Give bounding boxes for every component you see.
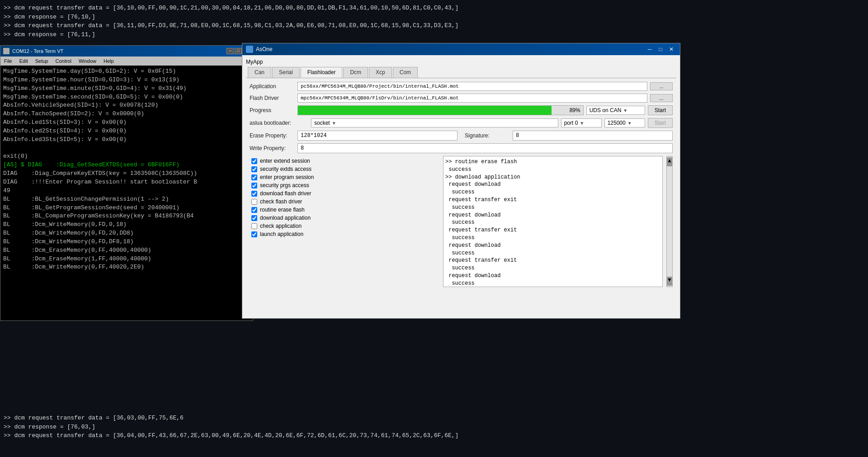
fl-erase-row: Erase Property: Signature: (250, 131, 673, 141)
menu-file[interactable]: File (2, 58, 14, 64)
fl-protocol-select[interactable]: UDS on CAN ▼ (586, 106, 645, 115)
cb-launch-application-check[interactable] (251, 231, 257, 237)
tt-line-9 (3, 144, 250, 153)
scrollbar-down-btn[interactable]: ▼ (667, 277, 672, 286)
cb-download-flash-driver-check[interactable] (251, 191, 257, 197)
asone-title: AsOne (256, 46, 642, 52)
menu-setup[interactable]: Setup (33, 58, 50, 64)
asone-tab-strip: Can Serial Flashloader Dcm Xcp Com (246, 67, 676, 78)
fl-protocol-value: UDS on CAN (590, 107, 622, 113)
fl-progress-text: 89% (570, 107, 580, 113)
cb-routine-erase-flash-check[interactable] (251, 207, 257, 213)
fl-progress-bar (298, 106, 552, 115)
asone-tab-xcp[interactable]: Xcp (369, 67, 392, 78)
cb-routine-erase-flash-label: routine erase flash (260, 207, 305, 213)
fl-signature-label: Signature: (465, 132, 510, 139)
log-line-3: request download (445, 181, 660, 188)
cb-enter-program-session-label: enter program session (260, 174, 314, 180)
tt-line-19: BL :Dcm_WriteMemory(0,FD,20,DD8) (3, 229, 250, 238)
tt-line-14: 49 (3, 187, 250, 195)
asone-tab-com[interactable]: Com (393, 67, 418, 78)
cb-download-flash-driver-label: download flash driver (260, 190, 311, 197)
tt-line-11: [AS] $ DIAG :Diag_GetSeedEXTDS(seed = 6B… (3, 161, 250, 170)
cb-download-application: download application (251, 215, 343, 221)
teraterm-title: COM12 - Tera Term VT (12, 48, 224, 54)
asone-maximize-btn[interactable]: □ (656, 45, 665, 53)
log-line-8: success (445, 219, 660, 226)
asone-titlebar: AsOne ─ □ ✕ (242, 43, 680, 55)
tt-line-5: AbsInfo.TachoSpeed(SID=2): V = 0x0000(0) (3, 110, 250, 118)
fl-signature-input[interactable] (513, 131, 673, 141)
cb-enter-program-session-check[interactable] (251, 174, 257, 180)
asone-tab-flashloader[interactable]: Flashloader (301, 67, 343, 78)
cb-enter-extend-session-label: enter extend session (260, 158, 310, 164)
fl-progress-bar-container: 89% (297, 105, 584, 115)
fl-start-btn-1[interactable]: Start (648, 105, 673, 115)
fl-flashdriver-input[interactable] (297, 94, 647, 103)
tt-line-16: BL :BL_GetProgramSessionSeed(seed = 2040… (3, 204, 250, 212)
menu-help[interactable]: Help (102, 58, 116, 64)
fl-write-row: Write Property: (250, 143, 673, 153)
terminal-line-4: >> dcm response = [76,11,] (4, 30, 864, 39)
cb-security-prgs-label: security prgs access (260, 182, 309, 188)
tt-line-21: BL :Dcm_EraseMemory(0,FF,40000,40000) (3, 246, 250, 255)
fl-application-input[interactable] (297, 82, 647, 91)
bottom-terminal: >> dcm request transfer data = [36,03,00… (0, 412, 868, 457)
menu-edit[interactable]: Edit (18, 58, 30, 64)
cb-check-flash-driver-check[interactable] (251, 199, 257, 205)
cb-enter-extend-session-check[interactable] (251, 158, 257, 164)
log-line-14: success (445, 264, 660, 272)
cb-check-application-check[interactable] (251, 223, 257, 229)
log-line-11: request download (445, 242, 660, 250)
cb-security-prgs-check[interactable] (251, 183, 257, 188)
tt-line-13: DIAG :!!!Enter Program Session!! start b… (3, 178, 250, 187)
log-line-10: success (445, 234, 660, 242)
fl-application-browse-btn[interactable]: ... (650, 82, 673, 90)
fl-bootloader-row: aslua bootloader: socket ▼ port 0 ▼ 1250… (250, 118, 673, 128)
fl-bottom-area: enter extend session security extds acce… (250, 156, 673, 287)
fl-application-row: Application ... (250, 82, 673, 91)
cb-enter-extend-session: enter extend session (251, 158, 343, 164)
asone-icon (246, 46, 253, 53)
fl-write-input[interactable] (297, 143, 673, 153)
teraterm-minimize-btn[interactable]: ─ (226, 48, 234, 54)
tt-line-6: AbsInfo.Led1Sts(SID=3): V = 0x00(0) (3, 118, 250, 127)
menu-control[interactable]: Control (53, 58, 73, 64)
fl-bootloader-value: socket (314, 120, 330, 126)
fl-log-scrollbar[interactable]: ▲ ▼ (666, 156, 673, 287)
fl-flashdriver-browse-btn[interactable]: ... (650, 94, 673, 102)
cb-download-application-check[interactable] (251, 215, 257, 221)
tt-line-18: BL :Dcm_WriteMemory(0,FD,0,18) (3, 221, 250, 229)
bt-line-2: >> dcm response = [76,03,] (4, 423, 864, 432)
fl-baud-value: 125000 (608, 120, 626, 126)
asone-window: AsOne ─ □ ✕ MyApp Can Serial Flashloader… (242, 43, 680, 319)
cb-check-flash-driver-label: check flash driver (260, 198, 302, 205)
log-line-5: request transfer exit (445, 196, 660, 204)
tt-line-20: BL :Dcm_WriteMemory(0,FD,DF8,18) (3, 238, 250, 246)
fl-port-select[interactable]: port 0 ▼ (561, 118, 602, 127)
fl-progress-row: Progress 89% UDS on CAN ▼ Start (250, 105, 673, 115)
fl-baud-select[interactable]: 125000 ▼ (604, 118, 645, 127)
asone-tab-dcm[interactable]: Dcm (343, 67, 368, 78)
fl-bootloader-arrow: ▼ (332, 121, 336, 126)
asone-minimize-btn[interactable]: ─ (645, 45, 655, 53)
tt-line-4: AbsInfo.VehicleSpeed(SID=1): V = 0x0078(… (3, 101, 250, 110)
tt-line-7: AbsInfo.Led2Sts(SID=4): V = 0x00(0) (3, 127, 250, 136)
teraterm-maximize-btn[interactable]: □ (235, 48, 242, 54)
asone-body: MyApp Can Serial Flashloader Dcm Xcp Com… (242, 55, 680, 292)
menu-window[interactable]: Window (77, 58, 98, 64)
terminal-line-3: >> dcm request transfer data = [36,11,00… (4, 21, 864, 30)
fl-bootloader-select[interactable]: socket ▼ (311, 118, 558, 127)
scrollbar-up-btn[interactable]: ▲ (667, 157, 672, 166)
tt-line-8: AbsInfo.Led3Sts(SID=5): V = 0x00(0) (3, 136, 250, 144)
asone-close-btn[interactable]: ✕ (666, 45, 676, 53)
cb-security-extds-check[interactable] (251, 166, 257, 172)
asone-tab-can[interactable]: Can (248, 67, 271, 78)
fl-log-area[interactable]: >> routine erase flash success >> downlo… (443, 156, 663, 287)
cb-launch-application-label: launch application (260, 231, 303, 237)
cb-security-prgs: security prgs access (251, 182, 343, 188)
fl-erase-input[interactable] (297, 131, 458, 141)
fl-start-btn-2[interactable]: Start (648, 118, 673, 128)
fl-port-arrow: ▼ (580, 121, 584, 126)
asone-tab-serial[interactable]: Serial (272, 67, 300, 78)
